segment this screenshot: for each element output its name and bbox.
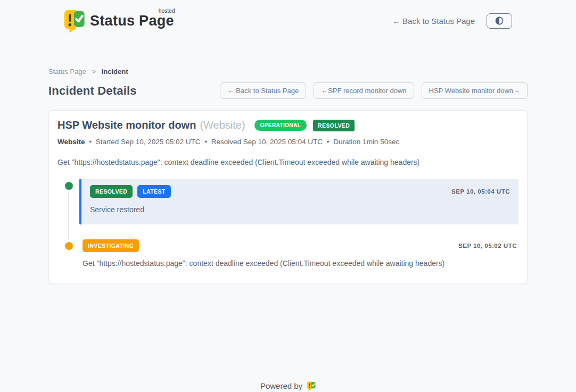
page-footer: Powered by © 2025-10-08 14:10:34.772084 …	[0, 381, 576, 392]
timeline-entry-investigating: INVESTIGATING SEP 10, 05:02 UTC Get "htt…	[57, 239, 519, 268]
timeline-entry-message: Service restored	[90, 205, 510, 214]
latest-timeline-badge: LATEST	[137, 185, 170, 198]
meta-duration: Duration 1min 50sec	[333, 138, 399, 146]
operational-badge: OPERATIONAL	[254, 120, 307, 131]
next-incident-button[interactable]: HSP Website monitor down→	[422, 82, 528, 99]
app-header: Status Page hosted ← Back to Status Page	[0, 0, 576, 34]
title-row: Incident Details ← Back to Status Page ←…	[48, 82, 528, 99]
timeline-entry-timestamp: SEP 10, 05:04 UTC	[451, 188, 510, 195]
timeline-entry-header: INVESTIGATING SEP 10, 05:02 UTC	[83, 239, 517, 252]
status-page-logo-icon	[63, 9, 85, 33]
theme-toggle-button[interactable]	[487, 13, 512, 29]
timeline-entry-badges: INVESTIGATING	[83, 239, 139, 252]
timeline-dot-column	[57, 179, 79, 224]
timeline-entry-badges: RESOLVED LATEST	[90, 185, 171, 198]
timeline-entry-body: RESOLVED LATEST SEP 10, 05:04 UTC Servic…	[79, 179, 519, 224]
meta-resolved: Resolved Sep 10, 2025 05:04 UTC	[211, 138, 323, 146]
incident-component: (Website)	[200, 119, 245, 131]
incident-meta: Website • Started Sep 10, 2025 05:02 UTC…	[57, 138, 519, 146]
meta-separator: •	[89, 138, 92, 146]
timeline-dot-column	[57, 239, 79, 268]
prev-incident-button[interactable]: ←SPF record monitor down	[314, 82, 414, 99]
incident-title-row: HSP Website monitor down (Website) OPERA…	[57, 119, 519, 131]
breadcrumb-incident: Incident	[102, 68, 128, 76]
incident-nav-buttons: ← Back to Status Page ←SPF record monito…	[220, 82, 528, 99]
meta-started: Started Sep 10, 2025 05:02 UTC	[96, 138, 201, 146]
breadcrumb-separator: >	[92, 68, 96, 76]
timeline-entry-resolved: RESOLVED LATEST SEP 10, 05:04 UTC Servic…	[57, 179, 519, 224]
powered-by[interactable]: Powered by	[260, 381, 316, 391]
breadcrumb-status-page[interactable]: Status Page	[48, 68, 86, 76]
page-title: Incident Details	[48, 84, 137, 98]
timeline-entry-body: INVESTIGATING SEP 10, 05:02 UTC Get "htt…	[79, 239, 519, 268]
incident-card: HSP Website monitor down (Website) OPERA…	[48, 110, 528, 284]
orange-status-dot-icon	[63, 240, 75, 252]
meta-separator: •	[204, 138, 207, 146]
header-actions: ← Back to Status Page	[392, 13, 512, 29]
resolved-badge: RESOLVED	[313, 120, 355, 131]
status-page-logo-icon	[307, 381, 316, 391]
incident-title: HSP Website monitor down	[57, 119, 196, 131]
green-status-dot-icon	[63, 180, 75, 191]
timeline-entry-header: RESOLVED LATEST SEP 10, 05:04 UTC	[90, 185, 510, 198]
timeline-entry-message: Get "https://hostedstatus.page": context…	[83, 259, 517, 268]
back-to-status-page-button[interactable]: ← Back to Status Page	[220, 82, 306, 99]
investigating-timeline-badge: INVESTIGATING	[83, 239, 139, 252]
breadcrumb: Status Page > Incident	[48, 68, 528, 76]
meta-component: Website	[57, 138, 85, 146]
header-back-link[interactable]: ← Back to Status Page	[392, 16, 475, 26]
main-content: Status Page > Incident Incident Details …	[48, 68, 528, 284]
brand-name: Status Page hosted	[90, 13, 175, 29]
incident-timeline: RESOLVED LATEST SEP 10, 05:04 UTC Servic…	[57, 179, 519, 268]
brand-logo[interactable]: Status Page hosted	[63, 9, 175, 33]
meta-separator: •	[327, 138, 330, 146]
brand-superscript: hosted	[159, 8, 175, 14]
incident-description: Get "https://hostedstatus.page": context…	[57, 158, 519, 166]
timeline-entry-timestamp: SEP 10, 05:02 UTC	[458, 243, 517, 249]
powered-by-label: Powered by	[260, 381, 302, 390]
resolved-timeline-badge: RESOLVED	[90, 185, 133, 198]
half-circle-contrast-icon	[495, 16, 504, 26]
